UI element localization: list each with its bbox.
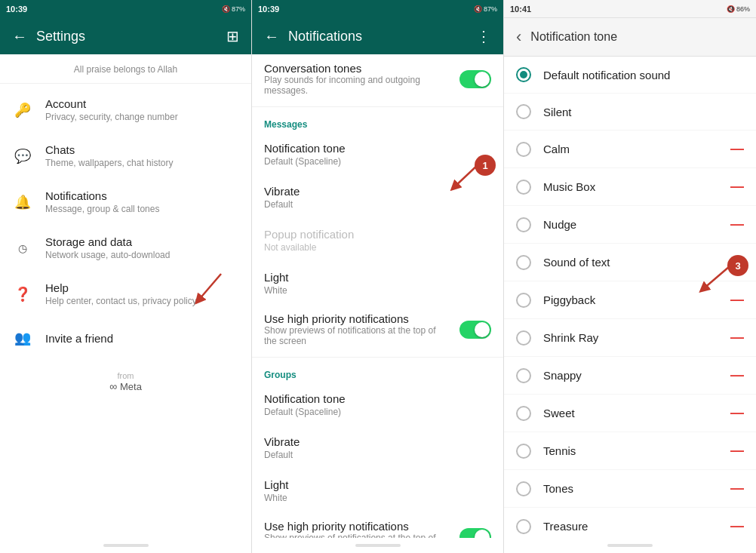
status-bar-notifications: 10:39 🔇 87% [252,0,503,18]
group-vibrate-item[interactable]: Vibrate Default [252,426,503,469]
meta-label: Meta [120,381,142,392]
settings-storage-item[interactable]: ◷ Storage and data Network usage, auto-d… [0,225,251,271]
invite-title: Invite a friend [45,332,239,345]
tone-item-treasure[interactable]: Treasure — [504,508,756,538]
group-notif-tone-value: Default (Spaceline) [264,407,491,417]
radio-musicbox[interactable] [516,180,531,195]
group-high-priority-row[interactable]: Use high priority notifications Show pre… [252,512,503,538]
storage-subtitle: Network usage, auto-download [45,250,239,260]
delete-nudge-button[interactable]: — [730,217,744,232]
settings-account-item[interactable]: 🔑 Account Privacy, security, change numb… [0,87,251,133]
tone-title: Notification tone [530,30,744,44]
delete-tennis-button[interactable]: — [730,443,744,459]
settings-back-button[interactable]: ← [12,28,27,45]
conversation-tones-row[interactable]: Conversation tones Play sounds for incom… [252,54,503,103]
delete-shrinkray-button[interactable]: — [730,330,744,346]
notification-tone-item[interactable]: Notification tone Default (Spaceline) [252,133,503,176]
settings-notifications-item[interactable]: 🔔 Notifications Message, group & call to… [0,179,251,225]
delete-treasure-button[interactable]: — [730,518,744,534]
notif-tone-value: Default (Spaceline) [264,156,491,167]
group-high-priority-toggle[interactable] [459,528,491,539]
conversation-tones-text: Conversation tones Play sounds for incom… [264,62,459,96]
status-icons-tone: 🔇 86% [727,5,750,13]
tone-item-silent[interactable]: Silent [504,94,756,131]
delete-soundoftext-button[interactable]: — [730,254,744,270]
tone-item-default[interactable]: Default notification sound [504,57,756,94]
tone-item-musicbox[interactable]: Music Box — [504,168,756,206]
notifications-back-button[interactable]: ← [264,28,279,45]
radio-snappy[interactable] [516,368,531,383]
tone-item-piggyback[interactable]: Piggyback — [504,281,756,319]
footer-from: from [12,371,239,380]
settings-help-item[interactable]: ❓ Help Help center, contact us, privacy … [0,271,251,317]
high-priority-row[interactable]: Use high priority notifications Show pre… [252,305,503,354]
delete-calm-button[interactable]: — [730,141,744,157]
radio-calm[interactable] [516,142,531,157]
notifications-menu-button[interactable]: ⋮ [476,27,491,45]
tone-item-tennis[interactable]: Tennis — [504,432,756,470]
conversation-tones-toggle[interactable] [459,70,491,88]
group-notif-tone-item[interactable]: Notification tone Default (Spaceline) [252,383,503,426]
popup-item: Popup notification Not available [252,219,503,262]
notif-tone-title: Notification tone [264,142,491,155]
help-title: Help [45,281,239,294]
delete-snappy-button[interactable]: — [730,367,744,383]
radio-shrinkray[interactable] [516,330,531,346]
delete-tones-button[interactable]: — [730,481,744,496]
account-title: Account [45,97,239,110]
radio-nudge[interactable] [516,217,531,232]
settings-content: All praise belongs to Allah 🔑 Account Pr… [0,54,251,538]
qr-icon[interactable]: ⊞ [226,27,239,45]
radio-tones[interactable] [516,481,531,496]
time-tone: 10:41 [510,5,531,14]
tone-item-calm[interactable]: Calm — [504,131,756,168]
vibrate-value: Default [264,199,491,210]
status-icons-settings: 🔇 87% [222,5,245,13]
delete-piggyback-button[interactable]: — [730,292,744,308]
radio-sweet[interactable] [516,406,531,421]
settings-invite-item[interactable]: 👥 Invite a friend [0,317,251,359]
chats-subtitle: Theme, wallpapers, chat history [45,158,239,168]
radio-piggyback[interactable] [516,293,531,308]
tone-item-tones[interactable]: Tones — [504,470,756,508]
chats-icon: 💬 [12,146,33,167]
delete-sweet-button[interactable]: — [730,405,744,421]
tone-item-sweet[interactable]: Sweet — [504,395,756,432]
radio-treasure[interactable] [516,519,531,534]
vibrate-item[interactable]: Vibrate Default [252,176,503,219]
radio-default[interactable] [516,67,531,82]
radio-soundoftext[interactable] [516,255,531,270]
storage-title: Storage and data [45,235,239,248]
settings-chats-item[interactable]: 💬 Chats Theme, wallpapers, chat history [0,133,251,179]
light-item[interactable]: Light White [252,262,503,305]
tone-item-nudge[interactable]: Nudge — [504,206,756,244]
tone-name-snappy: Snappy [543,369,718,382]
tone-name-musicbox: Music Box [543,180,718,193]
notifications-title: Notifications [288,29,467,45]
settings-title: Settings [36,29,217,45]
high-priority-text: Use high priority notifications Show pre… [264,312,450,346]
tone-item-snappy[interactable]: Snappy — [504,357,756,395]
tone-panel: 10:41 🔇 86% ‹ Notification tone Default … [504,0,756,553]
tone-back-button[interactable]: ‹ [516,27,521,47]
high-priority-label: Use high priority notifications [264,312,450,325]
scroll-indicator-1 [103,544,149,547]
radio-silent[interactable] [516,104,531,119]
notifications-text: Notifications Message, group & call tone… [45,189,239,214]
tone-item-soundoftext[interactable]: Sound of text — [504,244,756,281]
high-priority-desc: Show previews of notifications at the to… [264,325,450,346]
time-notifications: 10:39 [258,5,279,14]
tone-name-calm: Calm [543,143,718,155]
tone-name-sweet: Sweet [543,407,718,419]
notifications-header: ← Notifications ⋮ [252,18,503,54]
group-light-title: Light [264,478,491,491]
popup-title: Popup notification [264,228,491,241]
notifications-panel: 10:39 🔇 87% ← Notifications ⋮ Conversati… [252,0,504,553]
radio-tennis[interactable] [516,444,531,459]
group-light-item[interactable]: Light White [252,469,503,512]
delete-musicbox-button[interactable]: — [730,179,744,195]
tone-name-silent: Silent [543,106,744,118]
high-priority-toggle[interactable] [459,321,491,339]
scroll-indicator-2 [355,544,401,547]
tone-item-shrinkray[interactable]: Shrink Ray — [504,319,756,357]
